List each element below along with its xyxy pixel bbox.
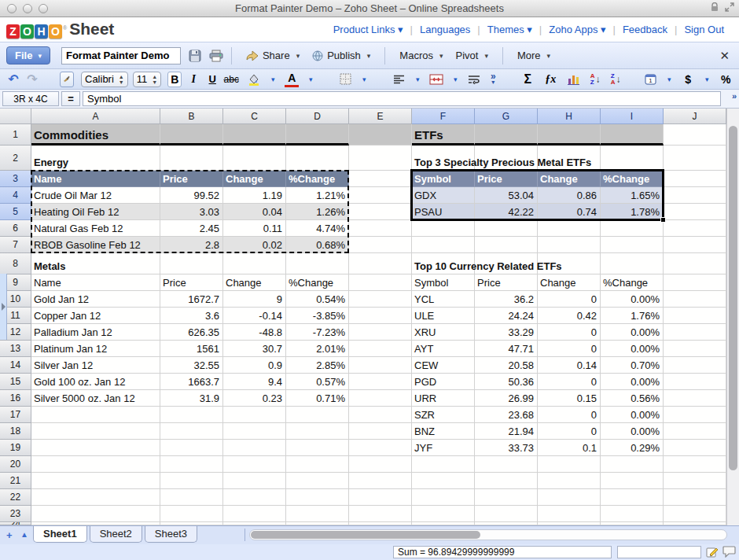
cell-I12[interactable]: 0.00%: [601, 324, 664, 341]
cell-J14[interactable]: [664, 357, 726, 374]
cell-B14[interactable]: 32.55: [160, 357, 223, 374]
cell-J8[interactable]: [664, 253, 726, 274]
macros-menu[interactable]: Macros▾: [399, 50, 443, 61]
cell-B21[interactable]: [160, 473, 223, 489]
cell-F15[interactable]: PGD: [412, 374, 475, 390]
cell-J10[interactable]: [664, 291, 726, 308]
cell-G11[interactable]: 24.24: [475, 308, 538, 324]
formula-input[interactable]: [83, 91, 721, 106]
zoho-sheet-logo[interactable]: ZOHO ® Sheet: [6, 20, 114, 39]
cell-C17[interactable]: [223, 407, 286, 423]
cell-J3[interactable]: [664, 171, 726, 187]
cell-J4[interactable]: [664, 187, 726, 204]
cell-D17[interactable]: [286, 407, 349, 423]
cell-A10[interactable]: Gold Jan 12: [31, 291, 160, 308]
cell-D11[interactable]: -3.85%: [286, 308, 349, 324]
cell-H7[interactable]: [538, 237, 601, 253]
cell-J12[interactable]: [664, 324, 726, 341]
cell-A6[interactable]: Natural Gas Feb 12: [31, 220, 160, 237]
cell-I14[interactable]: 0.70%: [601, 357, 664, 374]
cell-I17[interactable]: 0.00%: [601, 407, 664, 423]
cell-F13[interactable]: AYT: [412, 341, 475, 357]
cell-F20[interactable]: [412, 456, 475, 473]
merge-cells-button[interactable]: [429, 72, 443, 87]
cell-J17[interactable]: [664, 407, 726, 423]
cell-B7[interactable]: 2.8: [160, 237, 223, 253]
cell-C7[interactable]: 0.02: [223, 237, 286, 253]
cell-F19[interactable]: JYF: [412, 440, 475, 456]
cell-B3[interactable]: Price: [160, 171, 223, 187]
cell-D4[interactable]: 1.21%: [286, 187, 349, 204]
cell-E22[interactable]: [349, 489, 412, 506]
cell-D20[interactable]: [286, 456, 349, 473]
cell-B4[interactable]: 99.52: [160, 187, 223, 204]
cell-F14[interactable]: CEW: [412, 357, 475, 374]
borders-button[interactable]: [338, 72, 352, 87]
cell-B13[interactable]: 1561: [160, 341, 223, 357]
cell-G21[interactable]: [475, 473, 538, 489]
close-toolbar-button[interactable]: ✕: [719, 49, 730, 63]
cell-C2[interactable]: [223, 146, 286, 171]
cell-J20[interactable]: [664, 456, 726, 473]
cell-A16[interactable]: Silver 5000 oz. Jan 12: [31, 390, 160, 407]
cell-E9[interactable]: [349, 274, 412, 291]
cell-A21[interactable]: [31, 473, 160, 489]
cell-G1[interactable]: [475, 124, 538, 146]
cell-G22[interactable]: [475, 489, 538, 506]
cell-G10[interactable]: 36.2: [475, 291, 538, 308]
cell-E1[interactable]: [349, 124, 412, 146]
add-sheet-button[interactable]: +: [6, 529, 13, 541]
cell-I20[interactable]: [601, 456, 664, 473]
redo-button[interactable]: ↷: [25, 72, 39, 87]
cell-C1[interactable]: [223, 124, 286, 146]
chevron-down-icon[interactable]: ▾: [662, 72, 676, 87]
cell-J7[interactable]: [664, 237, 726, 253]
cell-C21[interactable]: [223, 473, 286, 489]
row-header-20[interactable]: 20: [0, 456, 31, 473]
cell-J1[interactable]: [664, 124, 726, 146]
sum-button[interactable]: Σ: [520, 72, 535, 87]
cell-E2[interactable]: [349, 146, 412, 171]
bold-button[interactable]: B: [167, 72, 182, 87]
cell-B18[interactable]: [160, 423, 223, 440]
row-header-8[interactable]: 8: [0, 253, 31, 274]
cell-H9[interactable]: Change: [538, 274, 601, 291]
more-menu[interactable]: More▾: [517, 50, 550, 61]
align-button[interactable]: [392, 72, 406, 87]
cell-A4[interactable]: Crude Oil Mar 12: [31, 187, 160, 204]
cell-A7[interactable]: RBOB Gasoline Feb 12: [31, 237, 160, 253]
cell-I22[interactable]: [601, 489, 664, 506]
cell-A3[interactable]: Name: [31, 171, 160, 187]
row-header-17[interactable]: 17: [0, 407, 31, 423]
cell-G7[interactable]: [475, 237, 538, 253]
cell-F6[interactable]: [412, 220, 475, 237]
cell-I2[interactable]: [601, 146, 664, 171]
cell-B9[interactable]: Price: [160, 274, 223, 291]
nav-link-zoho-apps[interactable]: Zoho Apps ▾: [549, 24, 605, 35]
cell-E7[interactable]: [349, 237, 412, 253]
nav-link-feedback[interactable]: Feedback: [623, 24, 667, 35]
italic-button[interactable]: I: [186, 72, 200, 87]
column-header-D[interactable]: D: [286, 109, 349, 124]
chevron-down-icon[interactable]: ▾: [700, 72, 714, 87]
sort-descending-button[interactable]: ZA ↓: [608, 72, 623, 87]
percent-format-button[interactable]: %: [719, 72, 733, 87]
wrap-text-button[interactable]: [467, 72, 481, 87]
horizontal-scrollbar[interactable]: [249, 529, 727, 540]
cell-B5[interactable]: 3.03: [160, 204, 223, 220]
share-menu[interactable]: Share ▾: [246, 50, 300, 61]
cell-F11[interactable]: ULE: [412, 308, 475, 324]
cell-H22[interactable]: [538, 489, 601, 506]
sheet-tab-sheet2[interactable]: Sheet2: [90, 526, 142, 543]
cell-C9[interactable]: Change: [223, 274, 286, 291]
cell-E12[interactable]: [349, 324, 412, 341]
cell-D9[interactable]: %Change: [286, 274, 349, 291]
cell-B11[interactable]: 3.6: [160, 308, 223, 324]
cell-E5[interactable]: [349, 204, 412, 220]
cell-B2[interactable]: [160, 146, 223, 171]
cell-F23[interactable]: [412, 506, 475, 522]
cell-C3[interactable]: Change: [223, 171, 286, 187]
cell-B23[interactable]: [160, 506, 223, 522]
cell-E14[interactable]: [349, 357, 412, 374]
nav-link-themes[interactable]: Themes ▾: [487, 24, 532, 35]
